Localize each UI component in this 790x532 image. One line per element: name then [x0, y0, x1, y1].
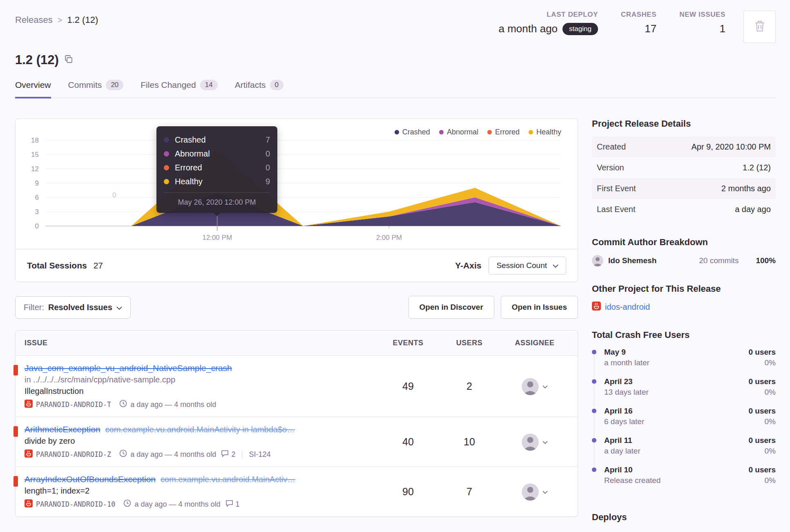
stat-last-deploy-value: a month ago: [499, 22, 558, 35]
column-header-events: EVENTS: [377, 339, 439, 347]
main-column: 036912151812:00 PM2:00 PM0 Crashed Abnor…: [15, 118, 578, 517]
column-header-issue: ISSUE: [25, 339, 377, 347]
crash-free-heading: Total Crash Free Users: [592, 330, 776, 340]
session-chart[interactable]: 036912151812:00 PM2:00 PM0 Crashed Abnor…: [16, 119, 578, 249]
crash-free-percent: 0%: [765, 388, 776, 397]
project-tag: PARANOID-ANDROID-10: [25, 499, 115, 509]
issue-age: a day ago — 4 months old: [123, 499, 220, 509]
issue-users-count: 7: [439, 486, 500, 498]
legend-crashed-label: Crashed: [402, 128, 430, 136]
stacked-area-chart[interactable]: 036912151812:00 PM2:00 PM0: [16, 119, 578, 249]
deploys-heading: Deploys: [592, 512, 776, 523]
delete-release-button[interactable]: [743, 11, 776, 43]
tab-files-changed-count: 14: [200, 80, 218, 90]
issue-age-text: a day ago — 4 months old: [130, 400, 216, 409]
author-avatar: [592, 255, 603, 266]
tab-files-changed-label: Files Changed: [141, 80, 196, 90]
detail-row-last-event: Last Event a day ago: [592, 199, 776, 220]
legend-item-crashed[interactable]: Crashed: [395, 128, 430, 136]
project-icon: [592, 302, 601, 313]
svg-text:18: 18: [31, 136, 39, 144]
crash-free-sub: 6 days later: [604, 417, 644, 426]
legend-item-healthy[interactable]: Healthy: [529, 128, 561, 136]
timeline-dot: [592, 467, 596, 472]
svg-text:0: 0: [112, 191, 116, 199]
crash-free-sub: 13 days later: [604, 388, 649, 397]
issue-users-count: 10: [439, 436, 500, 448]
breadcrumb-current: 1.2 (12): [67, 15, 98, 25]
tooltip-row-errored: Errored 0: [164, 161, 270, 174]
stat-crashes: CRASHES 17: [621, 11, 656, 35]
issue-culprit: com.example.vu.android.MainActiv…: [161, 475, 295, 484]
issue-events-count: 49: [377, 380, 439, 392]
crash-free-item: May 9 0 users a month later 0%: [592, 348, 776, 377]
tab-files-changed[interactable]: Files Changed 14: [141, 80, 217, 98]
tooltip-healthy-label: Healthy: [175, 177, 203, 186]
stat-crashes-label: CRASHES: [621, 11, 656, 19]
issue-location: in ../../../../src/main/cpp/native-sampl…: [25, 375, 368, 384]
error-level-indicator: [13, 365, 18, 376]
comment-count: 1: [236, 500, 240, 509]
assignee-chevron-icon[interactable]: [542, 488, 548, 496]
y-axis-selected-value: Session Count: [496, 261, 547, 270]
tab-commits[interactable]: Commits 20: [68, 80, 124, 98]
crash-free-sub: a month later: [604, 358, 649, 367]
assignee-chevron-icon[interactable]: [542, 438, 548, 446]
y-axis-select[interactable]: Session Count: [489, 257, 566, 275]
copy-version-button[interactable]: [65, 55, 73, 65]
tooltip-healthy-dot: [164, 179, 169, 184]
detail-value: 1.2 (12): [743, 163, 771, 172]
stat-last-deploy: LAST DEPLOY a month ago staging: [499, 11, 598, 35]
issues-filter-dropdown[interactable]: Filter: Resolved Issues: [15, 296, 131, 319]
y-axis-label: Y-Axis: [455, 261, 481, 270]
external-issue-link[interactable]: SI-124: [249, 450, 270, 459]
tooltip-crashed-label: Crashed: [175, 135, 206, 145]
project-slug: PARANOID-ANDROID-T: [36, 400, 111, 409]
chart-footer: Total Sessions 27 Y-Axis Session Count: [16, 249, 578, 282]
breadcrumb-releases-link[interactable]: Releases: [15, 15, 53, 25]
tab-overview[interactable]: Overview: [15, 80, 51, 98]
issue-age-text: a day ago — 4 months old: [130, 450, 216, 459]
environment-badge: staging: [562, 23, 598, 35]
tab-commits-count: 20: [106, 80, 123, 90]
open-in-issues-button[interactable]: Open in Issues: [501, 296, 578, 319]
timeline-dot: [592, 350, 596, 354]
detail-key: Last Event: [597, 205, 636, 214]
crash-free-users: 0 users: [748, 436, 776, 445]
assignee-avatar[interactable]: [522, 378, 539, 395]
svg-text:0: 0: [35, 222, 39, 230]
stat-crashes-value: 17: [645, 22, 656, 35]
deploys-section: Deploys: [592, 512, 776, 523]
total-sessions-label: Total Sessions: [27, 261, 87, 270]
author-name: Ido Shemesh: [608, 256, 694, 265]
detail-key: Version: [597, 163, 624, 172]
legend-item-errored[interactable]: Errored: [487, 128, 520, 136]
svg-text:3: 3: [35, 208, 39, 216]
other-project-link[interactable]: idos-android: [605, 302, 650, 312]
issue-age: a day ago — 4 months old: [119, 400, 216, 409]
crash-free-date: April 10: [604, 465, 633, 474]
crash-free-percent: 0%: [765, 358, 776, 367]
title-row: 1.2 (12): [15, 53, 776, 67]
issue-title-link[interactable]: ArrayIndexOutOfBoundsException: [25, 474, 156, 484]
assignee-avatar[interactable]: [522, 483, 539, 501]
legend-item-abnormal[interactable]: Abnormal: [439, 128, 478, 136]
detail-row-first-event: First Event 2 months ago: [592, 178, 776, 199]
assignee-chevron-icon[interactable]: [542, 383, 548, 390]
comment-icon: [225, 500, 233, 509]
tooltip-row-crashed: Crashed 7: [164, 133, 270, 147]
assignee-avatar[interactable]: [522, 434, 539, 451]
tooltip-crashed-dot: [164, 137, 169, 143]
crash-free-users: 0 users: [748, 348, 776, 357]
other-project-row: idos-android: [592, 302, 776, 313]
tooltip-errored-label: Errored: [175, 163, 202, 172]
svg-text:9: 9: [35, 179, 39, 187]
issue-title-link[interactable]: Java_com_example_vu_android_NativeSample…: [25, 363, 232, 373]
open-in-discover-button[interactable]: Open in Discover: [408, 296, 494, 319]
top-bar: Releases > 1.2 (12) LAST DEPLOY a month …: [15, 0, 776, 43]
issue-title-link[interactable]: ArithmeticException: [25, 425, 100, 434]
tab-artifacts[interactable]: Artifacts 0: [235, 80, 283, 98]
other-projects-heading: Other Project for This Release: [592, 284, 776, 294]
tooltip-row-healthy: Healthy 9: [164, 174, 270, 188]
issue-events-count: 90: [377, 486, 439, 498]
